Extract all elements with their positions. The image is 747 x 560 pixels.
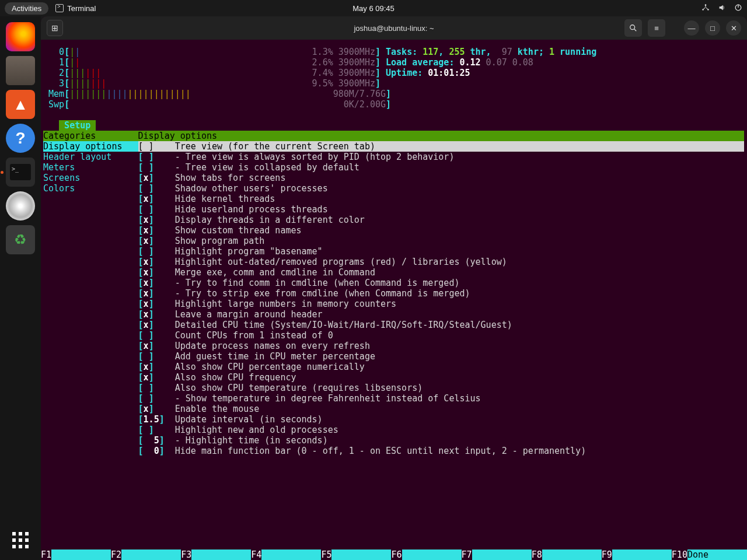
svg-line-6 — [634, 29, 637, 32]
dock-files[interactable] — [6, 56, 35, 85]
search-button[interactable] — [624, 19, 642, 37]
app-menu-label: Terminal — [67, 4, 96, 13]
close-button[interactable]: ✕ — [726, 20, 741, 36]
activities-button[interactable]: Activities — [5, 2, 48, 15]
new-tab-button[interactable]: ⊞ — [47, 20, 63, 36]
maximize-button[interactable]: □ — [705, 20, 720, 36]
top-panel: Activities Terminal May 6 09:45 — [0, 0, 747, 16]
htop-function-bar[interactable]: F1 F2 F3 F4 F5 F6 F7 F8 F9 F10Done — [41, 550, 747, 560]
dock-help[interactable]: ? — [6, 124, 35, 153]
window-title: joshua@ubuntu-linux: ~ — [354, 24, 434, 33]
terminal-content[interactable]: 0[|| 1.3% 3900MHz] Tasks: 117, 255 thr, … — [41, 40, 747, 560]
titlebar: ⊞ joshua@ubuntu-linux: ~ ≡ — □ ✕ — [41, 16, 747, 40]
dock-terminal[interactable]: >_ — [6, 158, 35, 187]
clock[interactable]: May 6 09:45 — [352, 4, 395, 13]
dock: ▲ ? >_ ♻ — [0, 16, 41, 560]
dock-apps-grid[interactable] — [12, 532, 29, 548]
dock-firefox[interactable] — [6, 22, 35, 51]
dock-software[interactable]: ▲ — [6, 90, 35, 119]
power-icon[interactable] — [734, 4, 742, 13]
dock-trash[interactable]: ♻ — [6, 225, 35, 254]
terminal-icon — [55, 4, 64, 12]
svg-point-5 — [630, 25, 635, 30]
network-icon[interactable] — [701, 4, 710, 13]
app-menu[interactable]: Terminal — [55, 4, 96, 13]
menu-button[interactable]: ≡ — [648, 19, 665, 37]
dock-disc[interactable] — [6, 191, 35, 220]
terminal-window: ⊞ joshua@ubuntu-linux: ~ ≡ — □ ✕ 0[|| 1.… — [41, 16, 747, 560]
minimize-button[interactable]: — — [684, 20, 699, 36]
volume-icon[interactable] — [718, 4, 726, 13]
